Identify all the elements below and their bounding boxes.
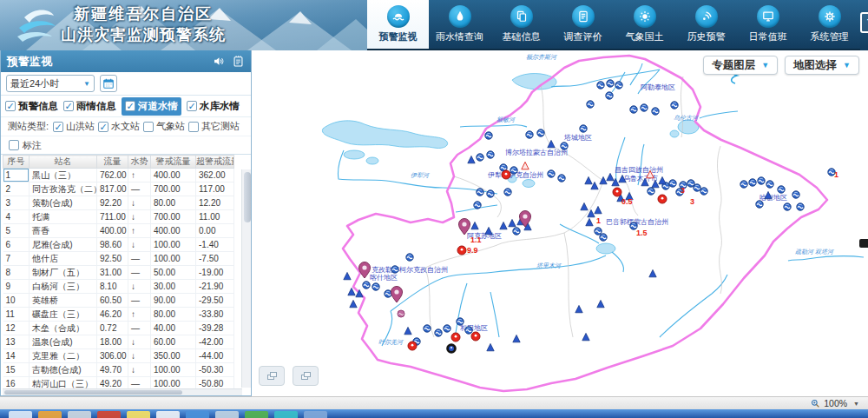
notebook-icon[interactable]: [232, 55, 245, 68]
station-badge-marker[interactable]: [385, 290, 391, 297]
info-filter-checkbox-4[interactable]: ✓: [187, 101, 197, 111]
station-badge-marker[interactable]: [595, 228, 602, 235]
station-triangle-marker[interactable]: [649, 269, 656, 276]
station-triangle-marker[interactable]: [575, 305, 582, 312]
station-badge-marker[interactable]: [526, 131, 533, 138]
station-triangle-marker[interactable]: [513, 335, 520, 342]
station-badge-marker[interactable]: [641, 104, 648, 111]
station-badge-marker[interactable]: [444, 325, 450, 332]
station-badge-marker[interactable]: [477, 189, 483, 196]
station-row-2[interactable]: 2同古孜洛克（二）817.00—700.00117.00: [3, 182, 234, 196]
station-badge-marker[interactable]: [671, 102, 678, 109]
station-row-13[interactable]: 13温泉(合成)18.00↓60.00-42.00: [3, 335, 234, 349]
cascade-windows-button-1[interactable]: [259, 366, 285, 386]
info-filter-4[interactable]: ✓水库水情: [187, 100, 240, 113]
pink-badge-marker[interactable]: [398, 310, 404, 317]
station-triangle-marker[interactable]: [500, 222, 507, 229]
station-triangle-marker[interactable]: [607, 173, 614, 180]
speaker-icon[interactable]: [213, 55, 226, 68]
station-badge-marker[interactable]: [457, 318, 464, 325]
station-badge-marker[interactable]: [606, 92, 613, 99]
nav-tab-6[interactable]: 历史预警: [675, 0, 737, 49]
alert-circle-marker[interactable]: [408, 342, 417, 350]
alert-circle-marker[interactable]: [457, 246, 466, 255]
station-triangle-marker[interactable]: [471, 222, 478, 229]
station-triangle-marker[interactable]: [581, 202, 588, 209]
station-type-1[interactable]: ✓山洪站: [53, 120, 95, 133]
station-badge-marker[interactable]: [766, 181, 773, 188]
info-filter-checkbox-1[interactable]: ✓: [5, 101, 16, 111]
station-badge-marker[interactable]: [537, 129, 544, 136]
station-type-checkbox-3[interactable]: [143, 122, 154, 132]
calendar-button[interactable]: [100, 75, 117, 92]
station-badge-marker[interactable]: [474, 202, 481, 209]
station-badge-marker[interactable]: [669, 180, 676, 187]
horizontal-scroll-thumb[interactable]: [4, 390, 182, 395]
station-badge-marker[interactable]: [548, 170, 555, 177]
right-edge-collapse-tab[interactable]: [859, 239, 868, 248]
station-triangle-marker[interactable]: [595, 206, 602, 213]
station-badge-marker[interactable]: [363, 282, 370, 289]
map-select-button[interactable]: 地图选择 ▼: [785, 56, 859, 75]
zoom-dropdown-arrow[interactable]: ▼: [853, 401, 859, 407]
station-badge-marker[interactable]: [597, 82, 604, 89]
station-badge-marker[interactable]: [513, 228, 520, 235]
alert-circle-marker[interactable]: [658, 195, 667, 203]
info-filter-2[interactable]: ✓雨情信息: [63, 100, 116, 113]
station-row-12[interactable]: 12木垒（合成）0.72—40.00-39.28: [3, 322, 234, 335]
column-header[interactable]: 序号: [3, 156, 30, 169]
station-badge-marker[interactable]: [587, 101, 594, 108]
station-badge-marker[interactable]: [797, 203, 804, 210]
station-triangle-marker[interactable]: [600, 176, 607, 183]
station-badge-marker[interactable]: [630, 106, 637, 113]
station-badge-marker[interactable]: [792, 191, 799, 198]
station-badge-marker[interactable]: [477, 154, 483, 161]
station-badge-marker[interactable]: [607, 80, 614, 87]
station-badge-marker[interactable]: [372, 283, 379, 290]
station-badge-marker[interactable]: [391, 266, 398, 273]
info-filter-3[interactable]: ✓河道水情: [122, 97, 181, 116]
station-type-checkbox-1[interactable]: ✓: [53, 122, 63, 132]
station-row-3[interactable]: 3策勒(合成)92.20↓80.0012.20: [3, 196, 234, 210]
alert-circle-marker[interactable]: [471, 332, 480, 341]
vertical-scroll-thumb[interactable]: [244, 172, 251, 222]
station-badge-marker[interactable]: [758, 177, 765, 184]
info-filter-checkbox-3[interactable]: ✓: [125, 101, 135, 111]
station-badge-marker[interactable]: [648, 188, 654, 195]
station-badge-marker[interactable]: [465, 327, 472, 334]
station-badge-marker[interactable]: [510, 167, 517, 174]
column-header[interactable]: 流量: [97, 156, 128, 169]
station-row-10[interactable]: 10英雄桥60.50—90.00-29.50: [3, 294, 234, 308]
station-triangle-marker[interactable]: [350, 300, 357, 307]
station-badge-marker[interactable]: [615, 82, 622, 89]
station-triangle-marker[interactable]: [582, 333, 589, 340]
station-type-4[interactable]: 其它测站: [188, 120, 240, 133]
alert-circle-marker[interactable]: [451, 333, 460, 342]
station-badge-marker[interactable]: [435, 329, 442, 336]
station-badge-marker[interactable]: [406, 254, 413, 261]
station-badge-marker[interactable]: [558, 175, 565, 182]
station-badge-marker[interactable]: [740, 181, 747, 188]
station-triangle-marker[interactable]: [404, 327, 411, 334]
station-triangle-marker[interactable]: [509, 219, 516, 226]
station-row-9[interactable]: 9白杨河（三）8.10↓30.00-21.90: [3, 280, 234, 294]
column-header[interactable]: 超警戒流量: [196, 156, 234, 169]
column-header[interactable]: 站名: [30, 156, 97, 169]
time-range-select[interactable]: 最近24小时 ▼: [6, 75, 95, 92]
column-header[interactable]: 水势: [128, 156, 151, 169]
info-filter-checkbox-2[interactable]: ✓: [63, 101, 74, 111]
table-horizontal-scrollbar[interactable]: [3, 388, 242, 395]
station-badge-marker[interactable]: [756, 201, 763, 208]
station-triangle-marker[interactable]: [597, 300, 604, 307]
station-badge-marker[interactable]: [487, 151, 494, 158]
station-triangle-marker[interactable]: [585, 176, 592, 183]
station-triangle-marker[interactable]: [468, 156, 475, 163]
station-row-15[interactable]: 15吉勒德(合成)49.70↓100.00-50.30: [3, 363, 234, 377]
station-type-3[interactable]: 气象站: [143, 120, 185, 133]
station-triangle-marker[interactable]: [548, 140, 555, 147]
station-row-11[interactable]: 11碾盘庄（三）46.20↑80.00-33.80: [3, 308, 234, 322]
cascade-windows-button-2[interactable]: [293, 366, 319, 386]
station-badge-marker[interactable]: [600, 234, 607, 241]
station-badge-marker[interactable]: [561, 143, 568, 149]
station-type-2[interactable]: ✓水文站: [98, 120, 140, 133]
